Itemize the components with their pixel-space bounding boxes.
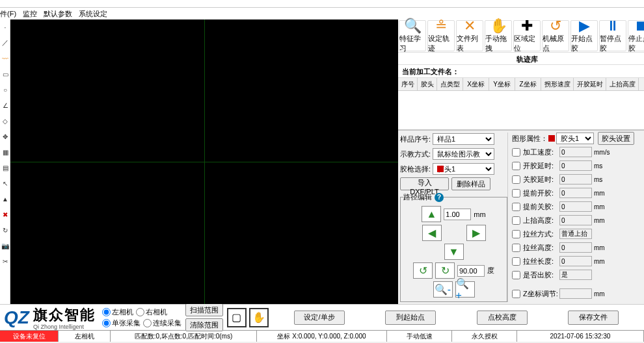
- jog-angle-input[interactable]: [457, 265, 485, 277]
- delete-sample-button[interactable]: 删除样品: [451, 177, 490, 190]
- save-file-button[interactable]: 保存文件: [568, 311, 619, 325]
- speed-check[interactable]: [512, 148, 520, 157]
- file-list-button[interactable]: ✕文件列表: [456, 20, 483, 51]
- to-start-button[interactable]: 到起始点: [385, 311, 436, 325]
- zoom-out-button[interactable]: 🔍-: [433, 281, 453, 298]
- status-license: 永久授权: [452, 331, 517, 342]
- z-adjust-input[interactable]: [559, 288, 592, 299]
- col-8: 上抬高度: [606, 78, 639, 90]
- dispense-input[interactable]: [559, 270, 592, 280]
- hand-drag-button[interactable]: ✋手动拖拽: [485, 20, 512, 51]
- right-camera-radio[interactable]: 右相机: [136, 307, 167, 317]
- z_up-input[interactable]: [559, 215, 592, 225]
- wire_h-input[interactable]: [559, 242, 592, 253]
- file-list-label: 文件列表: [457, 34, 483, 53]
- z-adjust-check[interactable]: [512, 290, 520, 298]
- tool-rect-icon[interactable]: ▭: [0, 66, 10, 82]
- wire_h-check[interactable]: [512, 244, 520, 252]
- help-icon[interactable]: ?: [435, 193, 444, 202]
- main-viewport[interactable]: [10, 19, 398, 304]
- tool-shape-icon[interactable]: ▲: [0, 191, 10, 207]
- adv_open-input[interactable]: [559, 188, 592, 198]
- jog-step-input[interactable]: [444, 209, 471, 220]
- tool-circle-icon[interactable]: ○: [0, 82, 10, 97]
- top-toolbar: 🔍特征学习≗设定轨迹✕文件列表✋手动拖拽✚区域定位↺机械原点▶开始点胶⏸暂停点胶…: [398, 19, 644, 52]
- stop-button[interactable]: ⏹停止点胶: [628, 20, 644, 51]
- product-select[interactable]: 样品1: [433, 133, 494, 145]
- jog-down-button[interactable]: ▼: [444, 244, 464, 260]
- dispense-label: 是否出胶:: [523, 270, 559, 280]
- menu-system[interactable]: 系统设定: [79, 9, 107, 19]
- dispense-check[interactable]: [512, 271, 520, 279]
- head-select[interactable]: 胶头1: [556, 133, 594, 144]
- head-config-button[interactable]: 胶头设置: [598, 132, 634, 145]
- import-dxf-button[interactable]: 导入DXF/PLT: [400, 177, 449, 190]
- adv_open-label: 提前开胶:: [523, 188, 559, 198]
- wire_l-label: 拉丝长度:: [523, 257, 559, 266]
- hand-drag-icon: ✋: [490, 18, 507, 34]
- feature-learn-button[interactable]: 🔍特征学习: [399, 20, 426, 51]
- rotate-ccw-button[interactable]: ↺: [413, 262, 433, 279]
- status-time: 2021-07-06 15:32:30: [517, 331, 644, 342]
- start-button[interactable]: ▶开始点胶: [570, 20, 598, 51]
- mode-rect-icon[interactable]: ▢: [227, 308, 247, 327]
- set-step-button[interactable]: 设定/单步: [294, 311, 345, 325]
- close_delay-input[interactable]: [559, 174, 592, 184]
- tool-arc-icon[interactable]: 〰: [0, 51, 10, 66]
- speed-label: 加工速度:: [523, 147, 559, 157]
- tool-x-icon[interactable]: ✖: [0, 207, 10, 222]
- wire_mode-input[interactable]: [559, 229, 592, 239]
- pause-button[interactable]: ⏸暂停点胶: [599, 20, 626, 51]
- tool-move-icon[interactable]: ✥: [0, 129, 10, 144]
- zoom-in-button[interactable]: 🔍+: [455, 281, 475, 298]
- jog-left-button[interactable]: ◀: [422, 225, 442, 241]
- machine-home-button[interactable]: ↺机械原点: [542, 20, 569, 51]
- clear-area-button[interactable]: 清除范围: [185, 318, 223, 331]
- close_delay-unit: ms: [594, 176, 610, 183]
- tool-cursor-icon[interactable]: ↖: [0, 175, 10, 191]
- status-speed: 手动低速: [387, 331, 452, 342]
- wire_mode-check[interactable]: [512, 230, 520, 238]
- tool-rot-icon[interactable]: ↻: [0, 222, 10, 238]
- speed-input[interactable]: [559, 147, 592, 157]
- continuous-capture-radio[interactable]: 连续采集: [143, 318, 181, 328]
- align-z-button[interactable]: 点校高度: [477, 311, 528, 325]
- tool-fill-icon[interactable]: ▦: [0, 144, 10, 160]
- single-capture-radio[interactable]: 单张采集: [102, 318, 141, 328]
- wire_l-input[interactable]: [559, 256, 592, 266]
- jog-right-button[interactable]: ▶: [466, 225, 486, 241]
- jog-up-button[interactable]: ▲: [422, 206, 441, 222]
- stop-label: 停止点胶: [628, 34, 644, 53]
- area-query-button[interactable]: ✚区域定位: [513, 20, 541, 51]
- tool-dot-icon[interactable]: ·: [0, 19, 10, 35]
- tool-camera-icon[interactable]: 📷: [0, 238, 10, 253]
- tool-doc-icon[interactable]: ▤: [0, 160, 10, 175]
- tool-pliers-icon[interactable]: ✂: [0, 253, 10, 269]
- table-body[interactable]: [398, 91, 644, 130]
- open_delay-check[interactable]: [512, 162, 520, 170]
- adv_open-check[interactable]: [512, 189, 520, 197]
- rotate-cw-button[interactable]: ↻: [435, 262, 455, 279]
- mode-hand-icon[interactable]: ✋: [249, 308, 269, 327]
- close_delay-label: 关胶延时:: [523, 175, 559, 184]
- adv_close-check[interactable]: [512, 203, 520, 211]
- menu-file[interactable]: 件(F): [0, 9, 16, 19]
- tool-diamond-icon[interactable]: ◇: [0, 113, 10, 129]
- teach-select[interactable]: 鼠标绘图示教: [433, 148, 494, 160]
- wire_l-unit: mm: [594, 258, 610, 265]
- open_delay-input[interactable]: [559, 160, 592, 171]
- set-track-button[interactable]: ≗设定轨迹: [427, 20, 455, 51]
- tool-angle-icon[interactable]: ∠: [0, 97, 10, 113]
- adv_close-input[interactable]: [559, 201, 592, 212]
- z-adjust-unit: mm: [594, 290, 610, 298]
- left-camera-radio[interactable]: 左相机: [102, 307, 133, 317]
- menu-default-params[interactable]: 默认参数: [44, 9, 72, 19]
- close_delay-check[interactable]: [512, 175, 520, 184]
- col-7: 开胶延时: [574, 78, 606, 90]
- menu-monitor[interactable]: 监控: [23, 9, 37, 19]
- z_up-label: 上抬高度:: [523, 216, 559, 225]
- scan-area-button[interactable]: 扫描范围: [185, 303, 223, 316]
- wire_l-check[interactable]: [512, 257, 520, 266]
- z_up-check[interactable]: [512, 216, 520, 225]
- tool-line-icon[interactable]: ／: [0, 35, 10, 51]
